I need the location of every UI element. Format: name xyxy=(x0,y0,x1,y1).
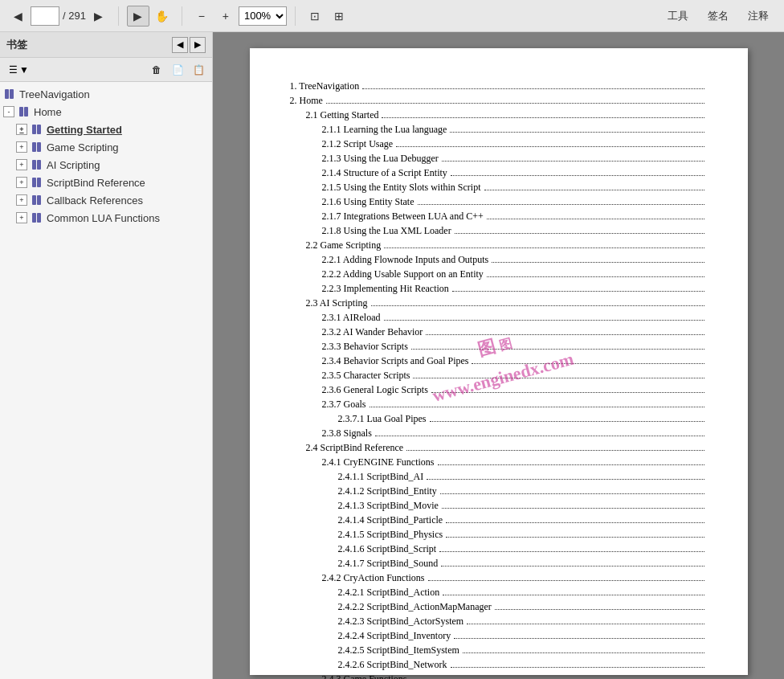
toc-entry-17[interactable]: 2.3.2 AI Wander Behavior xyxy=(290,326,708,338)
tree-toggle-callback-references[interactable]: + xyxy=(16,194,27,206)
toc-entry-2[interactable]: 2.1 Getting Started xyxy=(290,109,708,121)
toc-entry-38[interactable]: 2.4.2.4 ScriptBind_Inventory xyxy=(290,630,708,642)
toc-entry-12[interactable]: 2.2.1 Adding Flownode Inputs and Outputs xyxy=(290,254,708,266)
hand-tool-button[interactable]: ✋ xyxy=(151,6,174,27)
select-tool-button[interactable]: ▶ xyxy=(127,6,149,27)
toc-dots-29 xyxy=(442,508,704,509)
toc-text-14: 2.2.3 Implementing Hit Reaction xyxy=(322,283,449,295)
pdf-viewer-area[interactable]: 图 图 www.enginedx.com 1. TreeNavigation2.… xyxy=(213,32,784,679)
toc-entry-3[interactable]: 2.1.1 Learning the Lua language xyxy=(290,124,708,136)
zoom-select[interactable]: 100% xyxy=(239,6,287,26)
sidebar-prev-button[interactable]: ◀ xyxy=(172,37,188,53)
bookmark-icon-home xyxy=(18,105,31,118)
toc-dots-32 xyxy=(439,551,704,552)
comment-button[interactable]: 注释 xyxy=(739,6,778,27)
toc-entry-4[interactable]: 2.1.2 Script Usage xyxy=(290,138,708,150)
toc-entry-24[interactable]: 2.3.8 Signals xyxy=(290,427,708,440)
toc-text-13: 2.2.2 Adding Usable Support on an Entity xyxy=(322,268,484,280)
toc-entry-28[interactable]: 2.4.1.2 ScriptBind_Entity xyxy=(290,485,708,497)
toc-entry-23[interactable]: 2.3.7.1 Lua Goal Pipes xyxy=(290,413,708,425)
toc-dots-33 xyxy=(441,566,704,567)
toc-entry-39[interactable]: 2.4.2.5 ScriptBind_ItemSystem xyxy=(290,644,708,657)
zoom-out-button[interactable]: − xyxy=(190,6,213,27)
toc-entry-20[interactable]: 2.3.5 Character Scripts xyxy=(290,370,708,382)
toc-text-38: 2.4.2.4 ScriptBind_Inventory xyxy=(338,630,451,642)
svg-rect-13 xyxy=(37,195,41,205)
toc-entry-26[interactable]: 2.4.1 CryENGINE Functions xyxy=(290,456,708,468)
toc-entry-25[interactable]: 2.4 ScriptBind Reference xyxy=(290,442,708,454)
toc-dots-27 xyxy=(427,479,704,480)
toc-entry-5[interactable]: 2.1.3 Using the Lua Debugger xyxy=(290,153,708,165)
toc-entry-14[interactable]: 2.2.3 Implementing Hit Reaction xyxy=(290,283,708,295)
toc-entry-22[interactable]: 2.3.7 Goals xyxy=(290,399,708,411)
sidebar-view-dropdown[interactable]: ☰ ▼ xyxy=(5,62,33,78)
page-number-input[interactable]: 1 xyxy=(31,6,59,26)
toc-dots-15 xyxy=(371,305,704,306)
toc-entry-36[interactable]: 2.4.2.2 ScriptBind_ActionMapManager xyxy=(290,601,708,613)
toc-dots-22 xyxy=(370,407,704,407)
tree-item-label-common-lua-functions: Common LUA Functions xyxy=(47,212,160,224)
toc-entry-6[interactable]: 2.1.4 Structure of a Script Entity xyxy=(290,167,708,179)
toc-entry-30[interactable]: 2.4.1.4 ScriptBind_Particle xyxy=(290,514,708,526)
prev-page-button[interactable]: ◀ xyxy=(6,6,29,27)
tree-item-tree-navigation[interactable]: TreeNavigation xyxy=(0,85,212,103)
tree-item-scriptbind-reference[interactable]: + ScriptBind Reference xyxy=(0,174,212,191)
tree-item-ai-scripting[interactable]: + AI Scripting xyxy=(0,156,212,174)
toc-text-0: 1. TreeNavigation xyxy=(290,80,360,92)
toc-entry-18[interactable]: 2.3.3 Behavior Scripts xyxy=(290,341,708,353)
tree-toggle-scriptbind-reference[interactable]: + xyxy=(16,177,27,188)
toc-dots-24 xyxy=(375,436,704,436)
zoom-in-button[interactable]: + xyxy=(214,6,237,27)
toolbar-separator-2 xyxy=(182,6,182,26)
toc-entry-13[interactable]: 2.2.2 Adding Usable Support on an Entity xyxy=(290,268,708,280)
toc-entry-21[interactable]: 2.3.6 General Logic Scripts xyxy=(290,384,708,396)
toc-entry-27[interactable]: 2.4.1.1 ScriptBind_AI xyxy=(290,471,708,483)
next-page-button[interactable]: ▶ xyxy=(88,6,110,27)
sidebar-add-button[interactable]: 📄 xyxy=(169,61,186,79)
tools-button[interactable]: 工具 xyxy=(659,6,697,27)
toc-text-26: 2.4.1 CryENGINE Functions xyxy=(322,456,435,468)
tree-item-game-scripting[interactable]: + Game Scripting xyxy=(0,138,212,156)
tree-toggle-ai-scripting[interactable]: + xyxy=(16,159,27,170)
tree-toggle-getting-started[interactable]: + xyxy=(16,124,27,135)
svg-rect-14 xyxy=(32,213,36,223)
fit-page-button[interactable]: ⊡ xyxy=(304,6,326,27)
tree-toggle-game-scripting[interactable]: + xyxy=(16,141,27,153)
toc-entry-15[interactable]: 2.3 AI Scripting xyxy=(290,297,708,309)
toc-entry-16[interactable]: 2.3.1 AIReload xyxy=(290,312,708,324)
tree-item-label-ai-scripting: AI Scripting xyxy=(47,159,100,171)
toc-entry-41[interactable]: 2.4.3 Game Functions xyxy=(290,673,708,679)
svg-rect-7 xyxy=(37,142,41,152)
toc-entry-32[interactable]: 2.4.1.6 ScriptBind_Script xyxy=(290,543,708,555)
toc-entry-35[interactable]: 2.4.2.1 ScriptBind_Action xyxy=(290,587,708,599)
toc-text-10: 2.1.8 Using the Lua XML Loader xyxy=(322,225,451,237)
toc-entry-9[interactable]: 2.1.7 Integrations Between LUA and C++ xyxy=(290,211,708,223)
fit-width-button[interactable]: ⊞ xyxy=(328,6,350,27)
tree-item-home[interactable]: - Home xyxy=(0,103,212,121)
sidebar-next-button[interactable]: ▶ xyxy=(190,37,206,53)
toc-entry-37[interactable]: 2.4.2.3 ScriptBind_ActorSystem xyxy=(290,616,708,628)
toc-entry-7[interactable]: 2.1.5 Using the Entity Slots within Scri… xyxy=(290,182,708,194)
toc-entry-19[interactable]: 2.3.4 Behavior Scripts and Goal Pipes xyxy=(290,355,708,367)
tree-toggle-common-lua-functions[interactable]: + xyxy=(16,212,27,223)
toc-entry-10[interactable]: 2.1.8 Using the Lua XML Loader xyxy=(290,225,708,237)
tree-item-getting-started[interactable]: + Getting Started xyxy=(0,121,212,138)
toc-entry-40[interactable]: 2.4.2.6 ScriptBind_Network xyxy=(290,659,708,671)
toc-entry-33[interactable]: 2.4.1.7 ScriptBind_Sound xyxy=(290,558,708,570)
toc-entry-31[interactable]: 2.4.1.5 ScriptBind_Physics xyxy=(290,529,708,541)
toc-entry-1[interactable]: 2. Home xyxy=(290,95,708,107)
toc-text-31: 2.4.1.5 ScriptBind_Physics xyxy=(338,529,443,541)
toc-entry-0[interactable]: 1. TreeNavigation xyxy=(290,80,708,92)
toc-entry-8[interactable]: 2.1.6 Using Entity State xyxy=(290,196,708,208)
toc-dots-16 xyxy=(384,320,704,321)
sign-button[interactable]: 签名 xyxy=(699,6,737,27)
toc-entry-29[interactable]: 2.4.1.3 ScriptBind_Movie xyxy=(290,500,708,512)
tree-item-callback-references[interactable]: + Callback References xyxy=(0,191,212,209)
svg-rect-1 xyxy=(10,89,14,99)
tree-toggle-home[interactable]: - xyxy=(3,106,14,117)
sidebar-delete-button[interactable]: 🗑 xyxy=(148,61,165,79)
toc-entry-11[interactable]: 2.2 Game Scripting xyxy=(290,239,708,252)
tree-item-common-lua-functions[interactable]: + Common LUA Functions xyxy=(0,209,212,227)
sidebar-options-button[interactable]: 📋 xyxy=(190,61,207,79)
toc-entry-34[interactable]: 2.4.2 CryAction Functions xyxy=(290,572,708,584)
